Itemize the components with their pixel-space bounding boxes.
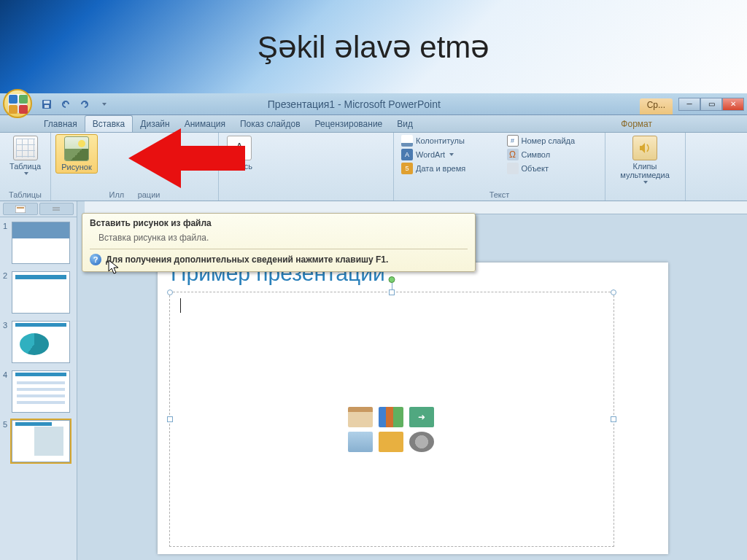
resize-handle[interactable]: [167, 416, 173, 422]
insert-clipart-icon[interactable]: [379, 432, 403, 452]
svg-rect-4: [17, 207, 24, 209]
contextual-tab-label: Ср...: [640, 98, 673, 114]
thumb-num: 5: [3, 420, 9, 429]
insert-picture-icon[interactable]: [348, 432, 373, 452]
resize-handle[interactable]: [611, 289, 616, 295]
slidenumber-icon: #: [507, 135, 519, 147]
thumbnail-1[interactable]: [12, 222, 70, 264]
table-icon: [13, 136, 38, 160]
powerpoint-window: Презентация1 - Microsoft PowerPoint Ср..…: [0, 93, 747, 560]
help-icon: ?: [90, 254, 101, 265]
thumb-num: 2: [3, 271, 9, 280]
wordart-icon: A: [401, 149, 413, 160]
tab-review[interactable]: Рецензирование: [308, 116, 390, 132]
wordart-button[interactable]: AWordArt: [398, 148, 457, 161]
table-button[interactable]: Таблица: [4, 134, 46, 176]
header-footer-button[interactable]: Колонтитулы: [398, 134, 468, 147]
thumbnail-4[interactable]: [12, 370, 70, 413]
slides-tab[interactable]: [3, 203, 38, 215]
slide-canvas-area: Вставить рисунок из файла Вставка рисунк…: [77, 201, 747, 560]
save-icon[interactable]: [38, 96, 55, 112]
page-title: Şəkil əlavə etmə: [258, 29, 490, 65]
tab-insert[interactable]: Вставка: [85, 115, 133, 132]
tab-view[interactable]: Вид: [390, 116, 420, 132]
insert-table-icon[interactable]: [348, 407, 373, 427]
text-cursor: [180, 298, 181, 313]
outline-tab[interactable]: [39, 203, 74, 215]
resize-handle[interactable]: [167, 289, 173, 295]
slide-number-button[interactable]: #Номер слайда: [504, 134, 578, 147]
window-controls: ─ ▭ ✕: [678, 98, 744, 111]
maximize-button[interactable]: ▭: [700, 98, 722, 111]
red-arrow-annotation: [128, 128, 245, 187]
page-header: Şəkil əlavə etmə: [0, 0, 747, 93]
content-placeholder[interactable]: [169, 292, 614, 547]
group-tables: Таблица Таблицы: [0, 133, 51, 201]
window-title: Презентация1 - Microsoft PowerPoint: [69, 98, 640, 110]
insert-smartart-icon[interactable]: [409, 407, 434, 427]
group-text-left: A адпись: [219, 133, 394, 201]
insert-chart-icon[interactable]: [379, 407, 403, 427]
tooltip-title: Вставить рисунок из файла: [90, 218, 468, 228]
svg-rect-3: [15, 206, 26, 213]
group-text: Колонтитулы AWordArt 5Дата и время #Номе…: [394, 133, 605, 201]
resize-handle[interactable]: [389, 289, 395, 295]
object-icon: [507, 163, 519, 174]
title-bar: Презентация1 - Microsoft PowerPoint Ср..…: [0, 93, 747, 115]
thumbnail-2[interactable]: [12, 271, 70, 314]
svg-rect-1: [44, 101, 50, 104]
thumbnail-5[interactable]: [12, 420, 70, 462]
minimize-button[interactable]: ─: [678, 98, 700, 111]
tooltip-desc: Вставка рисунка из файла.: [98, 233, 468, 243]
picture-button[interactable]: Рисунок: [55, 134, 98, 174]
tab-home[interactable]: Главная: [36, 116, 85, 132]
office-button[interactable]: [3, 89, 34, 120]
thumb-num: 4: [3, 370, 9, 379]
sound-icon: [632, 136, 657, 160]
media-clips-button[interactable]: Клипы мультимедиа: [610, 134, 680, 185]
tooltip: Вставить рисунок из файла Вставка рисунк…: [82, 213, 476, 272]
headerfooter-icon: [401, 135, 413, 147]
object-button[interactable]: Объект: [504, 162, 551, 175]
close-button[interactable]: ✕: [722, 98, 744, 111]
tooltip-help: ? Для получения дополнительных сведений …: [90, 249, 468, 265]
thumbnail-3[interactable]: [12, 321, 70, 363]
insert-media-icon[interactable]: [409, 432, 434, 452]
symbol-icon: Ω: [507, 149, 519, 160]
symbol-button[interactable]: ΩСимвол: [504, 148, 554, 161]
svg-rect-2: [44, 105, 49, 108]
thumb-num: 1: [3, 222, 9, 230]
group-media: Клипы мультимедиа: [605, 133, 686, 201]
ribbon-tabs: Главная Вставка Дизайн Анимация Показ сл…: [0, 115, 747, 133]
datetime-icon: 5: [401, 163, 413, 174]
datetime-button[interactable]: 5Дата и время: [398, 162, 468, 175]
resize-handle[interactable]: [611, 416, 616, 422]
thumb-num: 3: [3, 321, 9, 330]
tab-format[interactable]: Формат: [614, 116, 659, 132]
workspace: 1 2 3 4 5 Вставить рисунок из файла Вста…: [0, 201, 747, 560]
content-placeholder-icons: [348, 407, 436, 452]
slides-panel: 1 2 3 4 5: [0, 201, 77, 560]
ribbon: Таблица Таблицы Рисунок Илл рации A адпи…: [0, 133, 747, 201]
slide[interactable]: Пример презентации: [158, 262, 668, 554]
picture-icon: [64, 136, 89, 161]
rotate-handle[interactable]: [389, 276, 395, 283]
